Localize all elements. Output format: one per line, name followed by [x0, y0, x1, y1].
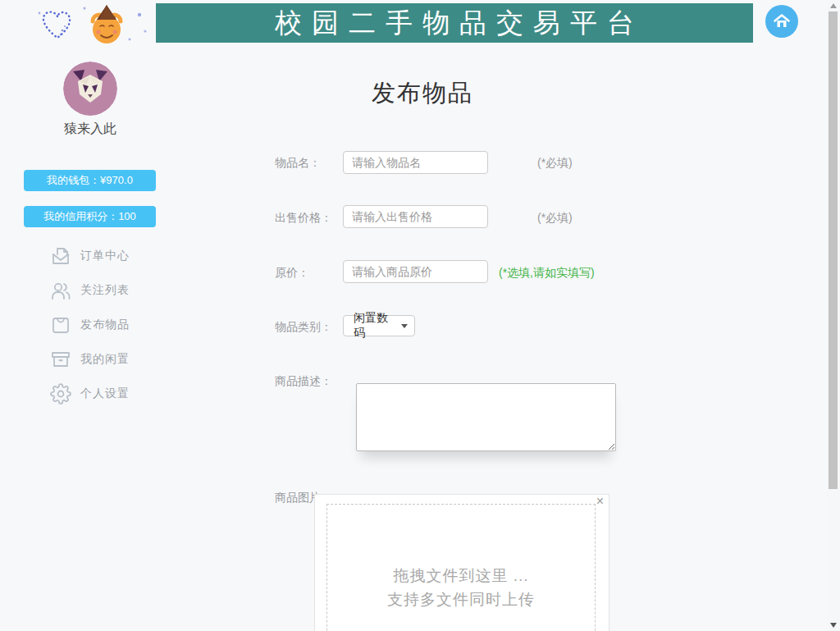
item-name-note: (*必填) — [537, 156, 573, 171]
home-button[interactable] — [765, 5, 798, 38]
site-title: 校园二手物品交易平台 — [265, 5, 644, 42]
category-select[interactable]: 闲置数码 — [343, 315, 415, 336]
category-selected-value: 闲置数码 — [354, 311, 396, 341]
panda-avatar-icon — [63, 62, 117, 116]
price-label: 出售价格： — [275, 211, 332, 226]
users-icon — [50, 280, 71, 301]
dropzone-line1: 拖拽文件到这里 ... — [327, 564, 595, 588]
scrollbar-thumb[interactable] — [829, 11, 838, 489]
chevron-down-icon — [401, 324, 408, 328]
sidebar-item-label: 关注列表 — [80, 283, 130, 298]
sidebar-item-following[interactable]: 关注列表 — [50, 273, 173, 308]
sidebar-item-orders[interactable]: 订单中心 — [50, 239, 173, 273]
image-upload-panel: × 拖拽文件到这里 ... 支持多文件同时上传 — [314, 494, 609, 631]
scroll-up-icon[interactable] — [830, 3, 837, 8]
site-logo — [33, 3, 152, 46]
original-price-note: (*选填,请如实填写) — [499, 266, 595, 281]
page-title: 发布物品 — [262, 77, 582, 110]
file-dropzone[interactable]: 拖拽文件到这里 ... 支持多文件同时上传 — [326, 504, 596, 631]
sidebar-item-label: 订单中心 — [80, 249, 130, 263]
username: 猿来入此 — [0, 121, 180, 138]
shopping-bag-icon — [50, 314, 71, 336]
item-name-label: 物品名： — [275, 156, 321, 171]
mail-icon — [50, 245, 71, 267]
home-icon — [772, 11, 792, 31]
sidebar-item-publish[interactable]: 发布物品 — [50, 308, 173, 342]
logo-heart-monkey-icon — [33, 3, 152, 46]
sidebar-item-settings[interactable]: 个人设置 — [50, 377, 173, 411]
gear-icon — [50, 383, 71, 405]
category-label: 物品类别： — [275, 320, 332, 335]
credit-button[interactable]: 我的信用积分：100 — [24, 206, 156, 227]
description-textarea[interactable] — [356, 383, 616, 451]
vertical-scrollbar[interactable] — [827, 0, 840, 631]
wallet-button[interactable]: 我的钱包：¥970.0 — [24, 170, 156, 191]
description-label: 商品描述： — [275, 374, 332, 389]
item-name-input[interactable] — [343, 151, 488, 174]
original-price-label: 原价： — [275, 266, 309, 281]
price-input[interactable] — [343, 205, 488, 228]
dropzone-line2: 支持多文件同时上传 — [327, 588, 595, 611]
sidebar-item-my-items[interactable]: 我的闲置 — [50, 342, 173, 377]
scroll-down-icon[interactable] — [830, 623, 837, 628]
sidebar-item-label: 个人设置 — [80, 386, 130, 401]
close-icon[interactable]: × — [596, 495, 604, 508]
archive-box-icon — [50, 349, 71, 370]
site-banner: 校园二手物品交易平台 — [156, 3, 753, 43]
price-note: (*必填) — [537, 211, 573, 226]
avatar[interactable] — [63, 62, 117, 116]
sidebar-item-label: 发布物品 — [80, 318, 130, 332]
original-price-input[interactable] — [343, 260, 488, 283]
sidebar-item-label: 我的闲置 — [80, 352, 130, 367]
